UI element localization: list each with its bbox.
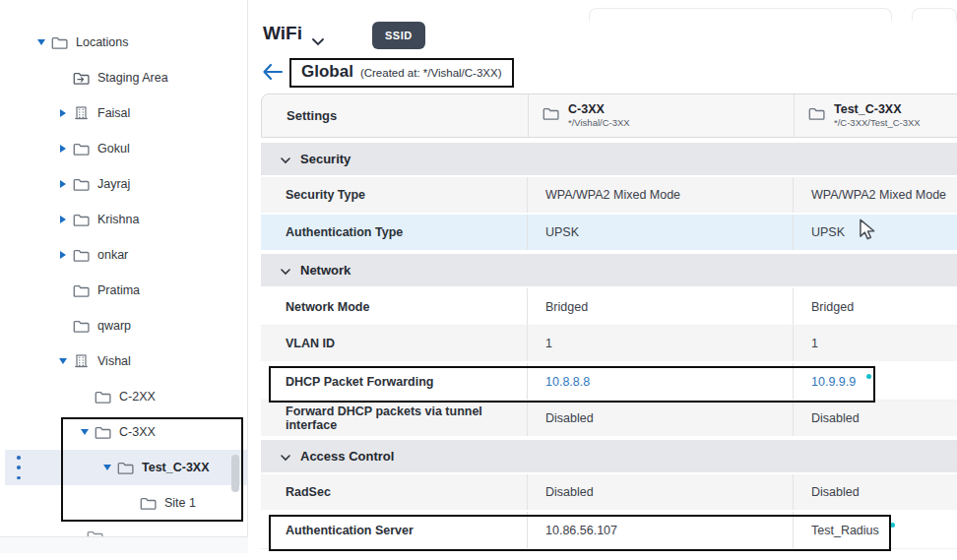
setting-value-text: 1 xyxy=(545,337,552,350)
setting-row-forward-dhcp-packets-via-tunnel-interface[interactable]: Forward DHCP packets via tunnel interfac… xyxy=(261,401,957,438)
setting-value: WPA/WPA2 Mixed Mode xyxy=(527,177,793,213)
setting-value-text: Disabled xyxy=(545,411,594,425)
setting-value: WPA/WPA2 Mixed Mode xyxy=(793,177,957,213)
setting-value[interactable]: 10.9.9.9 xyxy=(793,363,957,400)
tree-item-pratima[interactable]: Pratima xyxy=(0,273,247,308)
folder-icon xyxy=(73,213,90,227)
tree-item-qwarp[interactable]: qwarp xyxy=(0,308,247,343)
folder-icon xyxy=(73,319,90,334)
setting-value[interactable]: 10.8.8.8 xyxy=(527,363,793,400)
tree-item-gokul[interactable]: Gokul xyxy=(0,131,247,166)
tree-item-label: Locations xyxy=(76,35,129,49)
setting-value: Disabled xyxy=(793,474,957,510)
section-chevron-down-icon[interactable] xyxy=(281,151,290,168)
tree-item-label: C-2XX xyxy=(119,390,156,404)
table-sections: SecuritySecurity TypeWPA/WPA2 Mixed Mode… xyxy=(261,141,957,549)
section-title: Security xyxy=(300,152,351,166)
setting-value-text: UPSK xyxy=(545,225,579,239)
wifi-settings-page: LocationsStaging AreaFaisalGokulJayrajKr… xyxy=(0,0,957,560)
folder-icon xyxy=(87,529,104,536)
setting-value: 1 xyxy=(793,326,957,361)
column-path: */C-3XX/Test_C-3XX xyxy=(834,117,921,129)
staging-folder-icon xyxy=(73,71,90,86)
sidebar-scrollbar-thumb[interactable] xyxy=(231,455,239,492)
setting-value-text: Test_Radius xyxy=(811,524,879,537)
caret-collapsed-icon[interactable] xyxy=(57,250,68,260)
caret-expanded-icon[interactable] xyxy=(35,37,46,47)
table-header-row: Settings C-3XX*/Vishal/C-3XXTest_C-3XX*/… xyxy=(261,93,957,138)
setting-value-text[interactable]: 10.9.9.9 xyxy=(811,375,856,389)
tree-item-krishna[interactable]: Krishna xyxy=(0,202,247,237)
setting-label: Authentication Type xyxy=(261,215,527,250)
tree-item-c-3xx[interactable]: C-3XX xyxy=(0,414,247,450)
page-title: WiFi xyxy=(263,23,302,44)
tree-item-label: Test_C-3XX xyxy=(142,461,210,474)
chevron-down-icon[interactable] xyxy=(312,32,324,50)
profile-name: Global xyxy=(301,62,353,82)
column-path: */Vishal/C-3XX xyxy=(568,117,630,129)
setting-value: 1 xyxy=(527,326,793,361)
folder-icon xyxy=(73,283,90,298)
setting-value-text: UPSK xyxy=(811,225,845,239)
location-sidebar: LocationsStaging AreaFaisalGokulJayrajKr… xyxy=(0,0,248,553)
tree-item-vishal[interactable]: Vishal xyxy=(0,343,247,379)
building-icon xyxy=(73,106,90,121)
setting-row-radsec[interactable]: RadSecDisabledDisabled xyxy=(261,474,957,512)
section-header-security[interactable]: Security xyxy=(261,141,957,177)
setting-value: Test_Radius xyxy=(793,512,957,548)
folder-icon xyxy=(73,248,90,263)
ssid-badge[interactable]: SSID xyxy=(372,22,425,49)
caret-collapsed-icon[interactable] xyxy=(57,215,68,224)
caret-spacer xyxy=(57,285,68,295)
sidebar-footer xyxy=(0,536,248,553)
setting-row-authentication-server[interactable]: Authentication Server10.86.56.107Test_Ra… xyxy=(261,512,957,549)
folder-icon xyxy=(117,461,134,475)
caret-collapsed-icon[interactable] xyxy=(57,108,68,118)
partial-popup-edge xyxy=(589,8,892,21)
caret-expanded-icon[interactable] xyxy=(79,427,90,437)
setting-value-text[interactable]: 10.8.8.8 xyxy=(545,375,590,389)
folder-icon xyxy=(542,106,559,125)
tree-item-jayraj[interactable]: Jayraj xyxy=(0,166,247,202)
building-icon xyxy=(73,354,90,369)
column-name: Test_C-3XX xyxy=(834,102,921,118)
tree-item-locations[interactable]: Locations xyxy=(0,25,247,60)
setting-row-authentication-type[interactable]: Authentication TypeUPSKUPSK xyxy=(261,215,957,252)
setting-value-text: 10.86.56.107 xyxy=(545,524,617,537)
caret-collapsed-icon[interactable] xyxy=(57,179,68,189)
setting-row-network-mode[interactable]: Network ModeBridgedBridged xyxy=(261,288,957,326)
tree-item-label: Krishna xyxy=(97,213,139,226)
setting-row-security-type[interactable]: Security TypeWPA/WPA2 Mixed ModeWPA/WPA2… xyxy=(261,177,957,215)
section-header-network[interactable]: Network xyxy=(261,252,957,288)
setting-row-dhcp-packet-forwarding[interactable]: DHCP Packet Forwarding10.8.8.810.9.9.9 xyxy=(261,363,957,401)
tree-item-label: Gokul xyxy=(97,142,130,156)
back-arrow-icon[interactable] xyxy=(261,62,285,86)
caret-collapsed-icon[interactable] xyxy=(57,144,68,154)
settings-comparison-table: Settings C-3XX*/Vishal/C-3XXTest_C-3XX*/… xyxy=(261,93,957,549)
caret-spacer xyxy=(79,392,90,402)
tree-item-c-2xx[interactable]: C-2XX xyxy=(0,379,247,414)
caret-expanded-icon[interactable] xyxy=(57,356,68,366)
tree-item-label: Site 1 xyxy=(164,496,196,510)
tree-item-onkar[interactable]: onkar xyxy=(0,237,247,273)
section-chevron-down-icon[interactable] xyxy=(281,262,290,280)
tree-item-faisal[interactable]: Faisal xyxy=(0,95,247,131)
section-chevron-down-icon[interactable] xyxy=(281,448,290,466)
setting-row-vlan-id[interactable]: VLAN ID11 xyxy=(261,326,957,363)
setting-label: DHCP Packet Forwarding xyxy=(261,363,527,400)
setting-value: Disabled xyxy=(527,474,793,510)
setting-value: UPSK xyxy=(793,215,957,250)
caret-expanded-icon[interactable] xyxy=(101,463,112,472)
kebab-menu-icon[interactable] xyxy=(15,456,23,479)
column-name: C-3XX xyxy=(568,102,630,118)
setting-value-text: Disabled xyxy=(811,411,860,425)
setting-label: Network Mode xyxy=(261,288,527,325)
tree-item-site-1[interactable]: Site 1 xyxy=(0,485,247,521)
settings-column-header: Settings xyxy=(262,94,528,137)
caret-spacer xyxy=(124,498,135,508)
tree-item-staging-area[interactable]: Staging Area xyxy=(0,60,247,95)
setting-value-text: WPA/WPA2 Mixed Mode xyxy=(545,188,680,202)
section-header-access-control[interactable]: Access Control xyxy=(261,438,957,474)
setting-value: Disabled xyxy=(527,401,793,436)
tree-item-test-c-3xx[interactable]: Test_C-3XX xyxy=(0,450,247,485)
